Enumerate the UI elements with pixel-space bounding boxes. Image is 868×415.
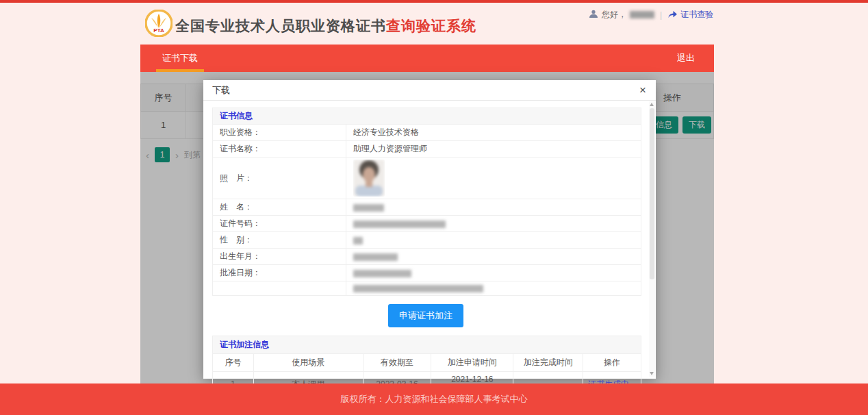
table-row: 出生年月： (213, 249, 641, 265)
table-row: 证件号码： (213, 216, 641, 232)
anno-col-apply-time: 加注申请时间 (431, 354, 513, 372)
field-label: 性 别： (213, 232, 346, 249)
certificate-verify-label: 证书查验 (680, 9, 713, 21)
footer: 版权所有：人力资源和社会保障部人事考试中心 (0, 383, 868, 415)
scrollbar-thumb[interactable] (650, 108, 654, 279)
field-label: 姓 名： (213, 199, 346, 216)
modal-body: 证书信息 职业资格： 经济专业技术资格 证书名称： 助理人力资源管理师 照 片： (203, 101, 656, 415)
anno-col-action: 操作 (583, 354, 641, 372)
user-area: 您好， | 证书查验 (589, 9, 713, 21)
modal-header: 下载 × (203, 80, 656, 101)
scroll-down-icon[interactable] (650, 372, 654, 375)
greeting-text: 您好， (602, 9, 626, 21)
field-value-redacted (346, 199, 641, 216)
anno-col-scene: 使用场景 (253, 354, 363, 372)
svg-text:PTA: PTA (153, 27, 164, 34)
page-title: 全国专业技术人员职业资格证书查询验证系统 (175, 16, 476, 36)
copyright-text: 版权所有：人力资源和社会保障部人事考试中心 (341, 393, 528, 405)
table-row: 性 别： (213, 232, 641, 249)
user-name-redacted (630, 11, 654, 18)
table-row: 照 片： (213, 158, 641, 199)
table-row: 职业资格： 经济专业技术资格 (213, 125, 641, 141)
table-row: 姓 名： (213, 199, 641, 216)
page-title-main: 全国专业技术人员职业资格证书 (175, 18, 386, 34)
user-icon (589, 10, 598, 21)
tab-certificate-download[interactable]: 证书下载 (156, 45, 204, 72)
page: PTA 全国专业技术人员职业资格证书查询验证系统 您好， | 证书查验 证书下载… (0, 0, 868, 415)
pta-logo-icon: PTA (145, 10, 173, 37)
field-value: 助理人力资源管理师 (346, 141, 641, 158)
close-icon[interactable]: × (639, 84, 646, 96)
field-label (213, 281, 346, 296)
anno-col-valid: 有效期至 (363, 354, 431, 372)
portrait-photo (353, 160, 385, 197)
apply-annotation-button[interactable]: 申请证书加注 (388, 304, 463, 327)
logout-button[interactable]: 退出 (677, 52, 695, 64)
table-row: 证书名称： 助理人力资源管理师 (213, 141, 641, 158)
field-value-redacted (346, 249, 641, 265)
field-value-redacted (346, 265, 641, 281)
modal-title: 下载 (212, 84, 230, 97)
field-label: 出生年月： (213, 249, 346, 265)
field-value-redacted (346, 281, 641, 296)
field-label: 照 片： (213, 158, 346, 199)
field-label: 职业资格： (213, 125, 346, 141)
anno-col-complete-time: 加注完成时间 (513, 354, 583, 372)
table-row (213, 281, 641, 296)
table-row: 批准日期： (213, 265, 641, 281)
certificate-verify-link[interactable]: 证书查验 (667, 9, 713, 21)
scroll-up-icon[interactable] (650, 103, 654, 106)
field-label: 证件号码： (213, 216, 346, 232)
share-arrow-icon (667, 10, 678, 21)
field-label: 证书名称： (213, 141, 346, 158)
field-value-redacted (346, 232, 641, 249)
tab-certificate-download-label: 证书下载 (162, 53, 198, 63)
field-label: 批准日期： (213, 265, 346, 281)
modal-scrollbar[interactable] (649, 101, 655, 377)
navbar: 证书下载 退出 (140, 45, 714, 72)
certificate-info-table: 证书信息 职业资格： 经济专业技术资格 证书名称： 助理人力资源管理师 照 片： (212, 108, 641, 296)
cert-info-section-title: 证书信息 (213, 108, 641, 125)
table-header-row: 序号 使用场景 有效期至 加注申请时间 加注完成时间 操作 (213, 354, 641, 372)
top-accent-bar (0, 0, 868, 3)
field-value-redacted (346, 216, 641, 232)
page-title-accent: 查询验证系统 (386, 18, 476, 34)
download-modal: 下载 × 证书信息 职业资格： 经济专业技术资格 证书名称： 助理人力资源管理师… (203, 80, 656, 379)
field-value (346, 158, 641, 199)
field-value: 经济专业技术资格 (346, 125, 641, 141)
separator: | (660, 10, 662, 20)
anno-col-index: 序号 (213, 354, 254, 372)
annotation-section-title: 证书加注信息 (213, 336, 641, 354)
